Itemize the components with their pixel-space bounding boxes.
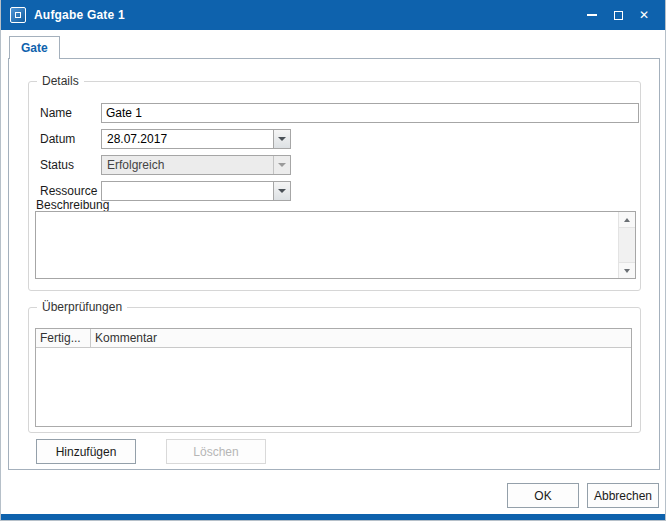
column-header-fertig[interactable]: Fertig... — [36, 329, 91, 347]
app-logo-icon — [15, 12, 21, 18]
table-body — [36, 348, 631, 426]
background-window-edge — [1, 514, 665, 521]
beschreibung-field — [35, 211, 636, 279]
details-group: Details Name Datum 28.07.2017 Status Erf… — [28, 81, 641, 291]
window-controls: ✕ — [579, 0, 665, 30]
datum-label: Datum — [40, 129, 75, 149]
scroll-down-icon — [624, 269, 630, 273]
tab-panel: Details Name Datum 28.07.2017 Status Erf… — [8, 58, 660, 470]
status-combo-arrow-button — [273, 156, 290, 174]
column-header-kommentar[interactable]: Kommentar — [91, 329, 631, 347]
checks-legend: Überprüfungen — [37, 300, 127, 315]
name-label: Name — [40, 103, 72, 123]
chevron-down-icon — [278, 189, 286, 193]
datum-value: 28.07.2017 — [107, 130, 167, 148]
status-combo: Erfolgreich — [101, 155, 291, 175]
close-button[interactable]: ✕ — [631, 0, 657, 30]
add-button[interactable]: Hinzufügen — [36, 439, 136, 464]
tab-gate[interactable]: Gate — [9, 36, 60, 59]
scroll-up-button[interactable] — [619, 212, 635, 228]
tab-gate-label: Gate — [21, 41, 48, 55]
scroll-up-icon — [624, 218, 630, 222]
titlebar[interactable]: Aufgabe Gate 1 ✕ — [1, 0, 665, 30]
ressource-combo-arrow-button[interactable] — [273, 182, 290, 200]
datum-combo-arrow-button[interactable] — [273, 130, 290, 148]
close-icon: ✕ — [639, 9, 649, 21]
checks-table: Fertig... Kommentar — [35, 328, 632, 427]
chevron-down-icon — [278, 137, 286, 141]
vertical-scrollbar[interactable] — [618, 212, 635, 278]
minimize-icon — [587, 14, 597, 16]
chevron-down-icon — [278, 163, 286, 167]
beschreibung-textarea[interactable] — [36, 212, 618, 278]
datum-combo[interactable]: 28.07.2017 — [101, 129, 291, 149]
window-title: Aufgabe Gate 1 — [34, 8, 125, 22]
checks-group: Überprüfungen Fertig... Kommentar — [28, 307, 641, 433]
minimize-button[interactable] — [579, 0, 605, 30]
delete-button: Löschen — [166, 439, 266, 464]
scroll-down-button[interactable] — [619, 262, 635, 278]
table-header: Fertig... Kommentar — [36, 329, 631, 348]
status-label: Status — [40, 155, 74, 175]
details-legend: Details — [37, 74, 84, 89]
app-icon[interactable] — [10, 7, 26, 23]
ressource-combo[interactable] — [101, 181, 291, 201]
status-value: Erfolgreich — [107, 156, 164, 174]
maximize-button[interactable] — [605, 0, 631, 30]
cancel-button[interactable]: Abbrechen — [587, 483, 659, 508]
name-input[interactable] — [101, 103, 639, 123]
ok-button[interactable]: OK — [507, 483, 579, 508]
maximize-icon — [614, 11, 623, 20]
dialog-window: Aufgabe Gate 1 ✕ Gate Details Name Datum… — [0, 0, 666, 521]
beschreibung-label: Beschreibung — [36, 198, 109, 212]
